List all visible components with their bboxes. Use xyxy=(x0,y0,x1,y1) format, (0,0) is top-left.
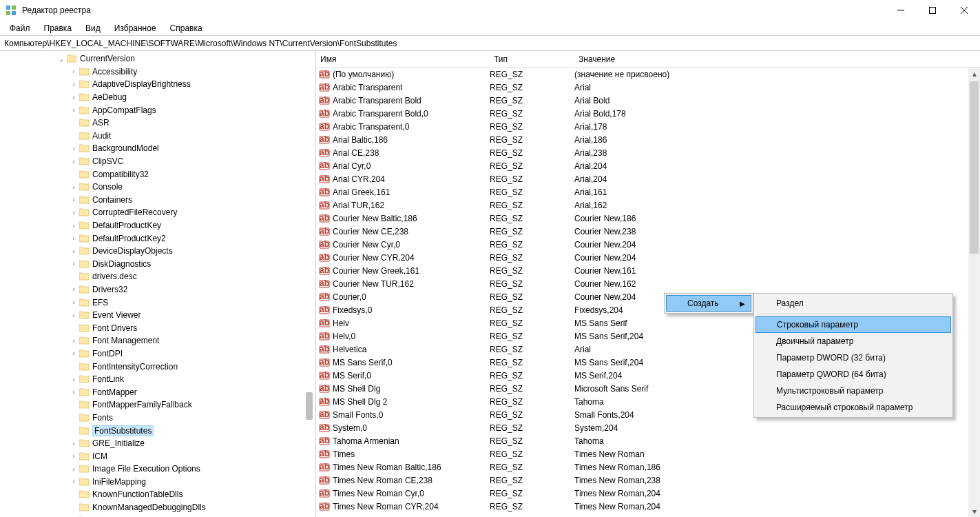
expand-icon[interactable] xyxy=(69,401,79,409)
context-new-qword[interactable]: Параметр QWORD (64 бита) xyxy=(755,366,951,383)
tree-item[interactable]: ›Drivers32 xyxy=(0,283,315,296)
context-new-dword[interactable]: Параметр DWORD (32 бита) xyxy=(755,349,951,366)
expand-icon[interactable]: › xyxy=(69,452,79,460)
expand-icon[interactable]: › xyxy=(69,260,79,267)
address-bar[interactable]: Компьютер\HKEY_LOCAL_MACHINE\SOFTWARE\Mi… xyxy=(0,36,980,51)
expand-icon[interactable]: › xyxy=(69,196,79,203)
tree-item[interactable]: ›Accessibility xyxy=(0,65,315,79)
expand-icon[interactable]: › xyxy=(69,145,79,152)
expand-icon[interactable]: › xyxy=(69,94,79,101)
col-name[interactable]: Имя xyxy=(316,54,490,64)
context-new-binary[interactable]: Двоичный параметр xyxy=(755,333,951,349)
list-row[interactable]: abArial Cyr,0REG_SZArial,204 xyxy=(316,159,980,172)
expand-icon[interactable]: › xyxy=(69,68,79,75)
list-row[interactable]: ab(По умолчанию)REG_SZ(значение не присв… xyxy=(316,68,980,81)
tree-item[interactable]: FontSubstitutes xyxy=(0,424,315,437)
list-row[interactable]: abTahoma ArmenianREG_SZTahoma xyxy=(316,434,980,447)
list-row[interactable]: abCourier New Cyr,0REG_SZCourier New,204 xyxy=(316,238,980,251)
context-new-expandstring[interactable]: Расширяемый строковый параметр xyxy=(755,399,951,416)
list-row[interactable]: abArial Baltic,186REG_SZArial,186 xyxy=(316,133,980,146)
list-row[interactable]: abArial Greek,161REG_SZArial,161 xyxy=(316,185,980,199)
expand-icon[interactable] xyxy=(69,363,79,370)
context-new-key[interactable]: Раздел xyxy=(755,295,951,312)
list-row[interactable]: abCourier New Baltic,186REG_SZCourier Ne… xyxy=(316,212,980,225)
context-new-string[interactable]: Строковый параметр xyxy=(755,316,951,333)
list-row[interactable]: abArabic Transparent Bold,0REG_SZArial B… xyxy=(316,107,980,120)
tree-item[interactable]: ›DefaultProductKey xyxy=(0,219,315,232)
expand-icon[interactable]: › xyxy=(69,312,79,319)
list-row[interactable]: abArabic Transparent BoldREG_SZArial Bol… xyxy=(316,94,980,107)
tree-item[interactable]: ›AeDebug xyxy=(0,91,315,104)
tree-item[interactable]: ›IniFileMapping xyxy=(0,476,315,489)
tree-item[interactable]: ›ICM xyxy=(0,449,315,463)
tree-item[interactable]: ›FontMapper xyxy=(0,385,315,398)
expand-icon[interactable] xyxy=(69,414,79,421)
expand-icon[interactable]: › xyxy=(69,376,79,383)
scroll-up-icon[interactable]: ▴ xyxy=(968,68,980,79)
menu-view[interactable]: Вид xyxy=(79,22,107,34)
close-button[interactable] xyxy=(948,0,980,21)
expand-icon[interactable]: › xyxy=(69,209,79,216)
expand-icon[interactable]: › xyxy=(69,222,79,230)
expand-icon[interactable]: › xyxy=(69,183,79,191)
expand-icon[interactable]: › xyxy=(69,247,79,255)
list-row[interactable]: abTimes New Roman CYR,204REG_SZTimes New… xyxy=(316,500,980,513)
expand-icon[interactable]: › xyxy=(69,158,79,165)
expand-icon[interactable] xyxy=(69,324,79,332)
tree-item[interactable]: FontMapperFamilyFallback xyxy=(0,398,315,412)
menu-file[interactable]: Файл xyxy=(3,22,37,34)
list-row[interactable]: abArial CE,238REG_SZArial,238 xyxy=(316,146,980,159)
expand-icon[interactable] xyxy=(69,504,79,511)
tree-item[interactable]: ›AppCompatFlags xyxy=(0,103,315,116)
tree-item[interactable]: ›EFS xyxy=(0,296,315,309)
tree-item[interactable]: ›GRE_Initialize xyxy=(0,437,315,450)
expand-icon[interactable]: › xyxy=(69,106,79,114)
tree-item[interactable]: ›AdaptiveDisplayBrightness xyxy=(0,78,315,91)
tree-item[interactable]: ›BackgroundModel xyxy=(0,142,315,155)
list-row[interactable]: abCourier New Greek,161REG_SZCourier New… xyxy=(316,264,980,277)
list-row[interactable]: abTimes New Roman CE,238REG_SZTimes New … xyxy=(316,474,980,487)
list-row[interactable]: abArial TUR,162REG_SZArial,162 xyxy=(316,199,980,212)
tree-item[interactable]: ›DefaultProductKey2 xyxy=(0,232,315,245)
tree-item[interactable]: ASR xyxy=(0,116,315,130)
scroll-down-icon[interactable]: ▾ xyxy=(968,505,980,517)
collapse-icon[interactable]: ⌄ xyxy=(56,55,66,63)
list-row[interactable]: abTimesREG_SZTimes New Roman xyxy=(316,447,980,460)
tree-item[interactable]: ›DiskDiagnostics xyxy=(0,258,315,271)
tree-item[interactable]: KnownManagedDebuggingDlls xyxy=(0,501,315,514)
expand-icon[interactable]: › xyxy=(69,465,79,473)
minimize-button[interactable] xyxy=(885,0,917,21)
list-row[interactable]: abCourier New CE,238REG_SZCourier New,23… xyxy=(316,225,980,238)
tree-item[interactable]: ›Containers xyxy=(0,194,315,207)
expand-icon[interactable] xyxy=(69,273,79,281)
tree-item[interactable]: Audit xyxy=(0,130,315,143)
tree-item[interactable]: Fonts xyxy=(0,412,315,425)
tree-item[interactable]: Font Drivers xyxy=(0,321,315,334)
list-row[interactable]: abCourier New CYR,204REG_SZCourier New,2… xyxy=(316,251,980,264)
tree-item[interactable]: FontIntensityCorrection xyxy=(0,360,315,373)
list-row[interactable]: abArabic Transparent,0REG_SZArial,178 xyxy=(316,120,980,133)
expand-icon[interactable] xyxy=(69,491,79,498)
expand-icon[interactable] xyxy=(69,132,79,139)
scroll-thumb[interactable] xyxy=(970,81,979,254)
expand-icon[interactable] xyxy=(69,427,79,434)
expand-icon[interactable]: › xyxy=(69,81,79,88)
list-row[interactable]: abArabic TransparentREG_SZArial xyxy=(316,81,980,94)
tree-scroll-thumb[interactable] xyxy=(306,392,313,420)
context-new-multistring[interactable]: Мультистроковый параметр xyxy=(755,383,951,399)
expand-icon[interactable]: › xyxy=(69,234,79,242)
expand-icon[interactable]: › xyxy=(69,285,79,293)
menu-help[interactable]: Справка xyxy=(163,22,209,34)
list-row[interactable]: abTimes New Roman Baltic,186REG_SZTimes … xyxy=(316,460,980,474)
tree-item[interactable]: ⌄CurrentVersion xyxy=(0,52,315,65)
list-scrollbar[interactable]: ▴ ▾ xyxy=(968,68,980,517)
tree-item[interactable]: ›FontDPI xyxy=(0,347,315,361)
col-type[interactable]: Тип xyxy=(490,54,574,64)
tree-item[interactable]: ›Image File Execution Options xyxy=(0,463,315,476)
tree-item[interactable]: ›Console xyxy=(0,181,315,194)
expand-icon[interactable]: › xyxy=(69,388,79,396)
tree-item[interactable]: ›LanguagePack xyxy=(0,514,315,517)
list-row[interactable]: abArial CYR,204REG_SZArial,204 xyxy=(316,172,980,185)
tree-item[interactable]: ›CorruptedFileRecovery xyxy=(0,206,315,219)
tree-item[interactable]: ›Event Viewer xyxy=(0,309,315,322)
